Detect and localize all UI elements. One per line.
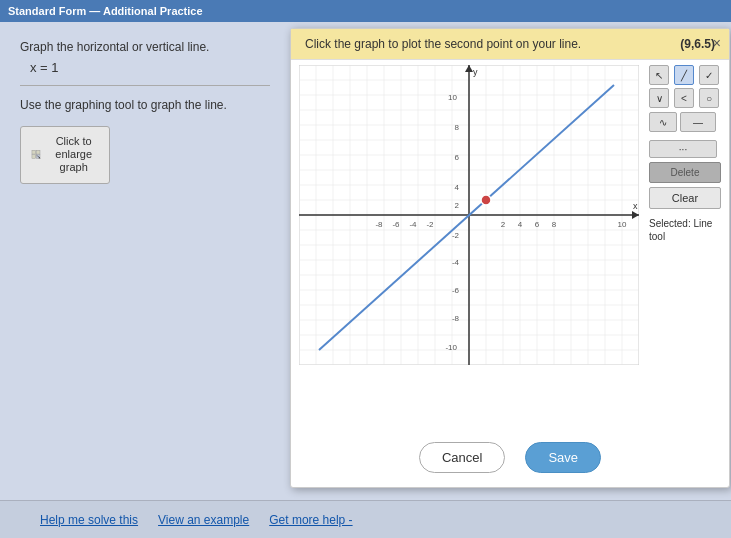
svg-text:8: 8: [455, 123, 460, 132]
instruction-text: Click the graph to plot the second point…: [305, 37, 581, 51]
svg-text:-4: -4: [409, 220, 417, 229]
graphing-instruction: Use the graphing tool to graph the line.: [20, 98, 270, 112]
svg-text:-6: -6: [392, 220, 400, 229]
svg-text:10: 10: [448, 93, 457, 102]
svg-text:y: y: [473, 67, 478, 77]
save-button[interactable]: Save: [525, 442, 601, 473]
cancel-button[interactable]: Cancel: [419, 442, 505, 473]
svg-rect-1: [36, 150, 40, 154]
svg-text:2: 2: [455, 201, 460, 210]
svg-text:x: x: [633, 201, 638, 211]
svg-rect-2: [32, 154, 36, 158]
view-example-link[interactable]: View an example: [158, 513, 249, 527]
problem-label: Graph the horizontal or vertical line.: [20, 40, 270, 54]
delete-button[interactable]: Delete: [649, 162, 721, 183]
tools-misc: ∿ —: [649, 112, 721, 132]
graph-area[interactable]: x y -8 -6 -4 -2 2 4 6 8 10 10 8 6 4 2 -2…: [299, 65, 639, 365]
dash-tool[interactable]: —: [680, 112, 716, 132]
help-solve-link[interactable]: Help me solve this: [40, 513, 138, 527]
svg-text:-10: -10: [445, 343, 457, 352]
more-help-link[interactable]: Get more help -: [269, 513, 352, 527]
divider: [20, 85, 270, 86]
graph-svg[interactable]: x y -8 -6 -4 -2 2 4 6 8 10 10 8 6 4 2 -2…: [299, 65, 639, 365]
enlarge-text: Click to enlarge graph: [48, 135, 99, 175]
svg-text:4: 4: [455, 183, 460, 192]
svg-text:2: 2: [501, 220, 506, 229]
coordinate-display: (9,6.5): [680, 37, 715, 51]
header-title: Standard Form — Additional Practice: [8, 5, 203, 17]
tools-panel: ↖ ╱ ✓ ∨ < ○ ∿ — ··· Delete Clear Selecte…: [649, 65, 721, 243]
enlarge-icon: [31, 143, 42, 167]
check-tool[interactable]: ✓: [699, 65, 719, 85]
svg-text:4: 4: [518, 220, 523, 229]
enlarge-button[interactable]: Click to enlarge graph: [20, 126, 110, 184]
svg-text:-2: -2: [426, 220, 434, 229]
svg-text:-4: -4: [452, 258, 460, 267]
equation: x = 1: [30, 60, 270, 75]
line-tool[interactable]: ╱: [674, 65, 694, 85]
bottom-bar: Help me solve this View an example Get m…: [0, 500, 731, 538]
modal-footer: Cancel Save: [291, 442, 729, 473]
clear-button[interactable]: Clear: [649, 187, 721, 209]
svg-text:-2: -2: [452, 231, 460, 240]
dots-tool[interactable]: ···: [649, 140, 717, 158]
close-button[interactable]: ×: [713, 35, 721, 51]
v-tool[interactable]: ∨: [649, 88, 669, 108]
svg-text:-6: -6: [452, 286, 460, 295]
selected-tool-label: Selected: Line tool: [649, 217, 721, 243]
left-panel: Graph the horizontal or vertical line. x…: [0, 22, 290, 202]
svg-rect-0: [32, 150, 36, 154]
modal: × Click the graph to plot the second poi…: [290, 28, 730, 488]
svg-text:8: 8: [552, 220, 557, 229]
svg-text:6: 6: [535, 220, 540, 229]
curve-tool[interactable]: ∿: [649, 112, 677, 132]
svg-text:6: 6: [455, 153, 460, 162]
tools-grid: ↖ ╱ ✓ ∨ < ○: [649, 65, 721, 108]
circle-tool[interactable]: ○: [699, 88, 719, 108]
svg-point-71: [481, 195, 491, 205]
arrow-tool[interactable]: ↖: [649, 65, 669, 85]
modal-instruction-bar: Click the graph to plot the second point…: [291, 29, 729, 60]
angle-tool[interactable]: <: [674, 88, 694, 108]
svg-text:-8: -8: [452, 314, 460, 323]
svg-text:-8: -8: [375, 220, 383, 229]
header-bar: Standard Form — Additional Practice: [0, 0, 731, 22]
svg-text:10: 10: [618, 220, 627, 229]
